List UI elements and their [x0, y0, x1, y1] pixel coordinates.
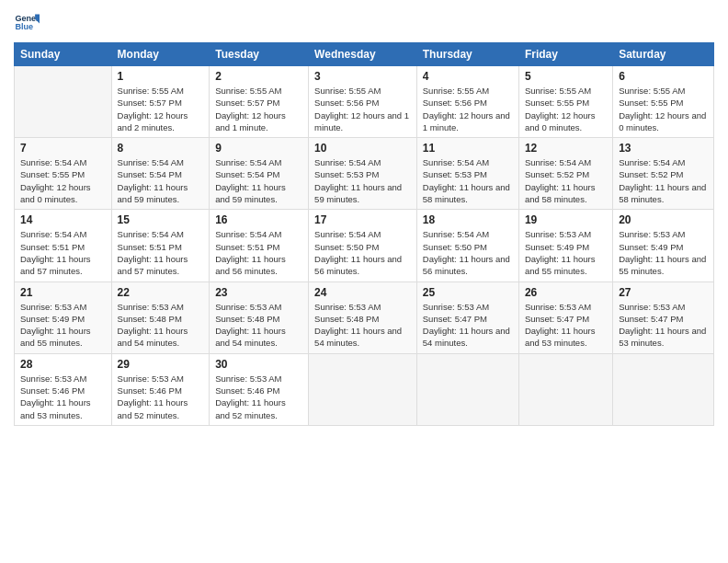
day-number: 4 [423, 70, 513, 83]
cell-info: Sunrise: 5:53 AMSunset: 5:47 PMDaylight:… [423, 301, 513, 350]
cell-info: Sunrise: 5:54 AMSunset: 5:50 PMDaylight:… [314, 228, 411, 277]
day-number: 9 [215, 142, 302, 155]
cell-info: Sunrise: 5:53 AMSunset: 5:47 PMDaylight:… [619, 301, 708, 350]
calendar-cell: 30Sunrise: 5:53 AMSunset: 5:46 PMDayligh… [210, 353, 309, 425]
cell-info: Sunrise: 5:54 AMSunset: 5:54 PMDaylight:… [118, 156, 204, 205]
calendar-row-3: 21Sunrise: 5:53 AMSunset: 5:49 PMDayligh… [15, 282, 714, 353]
calendar-row-0: 1Sunrise: 5:55 AMSunset: 5:57 PMDaylight… [15, 66, 714, 138]
day-number: 29 [118, 358, 204, 371]
calendar-cell: 27Sunrise: 5:53 AMSunset: 5:47 PMDayligh… [613, 282, 714, 353]
col-header-saturday: Saturday [613, 43, 714, 66]
calendar-cell: 8Sunrise: 5:54 AMSunset: 5:54 PMDaylight… [111, 138, 210, 210]
calendar-cell: 3Sunrise: 5:55 AMSunset: 5:56 PMDaylight… [309, 66, 417, 138]
day-number: 15 [118, 213, 204, 226]
cell-info: Sunrise: 5:54 AMSunset: 5:50 PMDaylight:… [423, 228, 513, 277]
calendar-row-4: 28Sunrise: 5:53 AMSunset: 5:46 PMDayligh… [15, 353, 714, 425]
day-number: 21 [20, 286, 106, 299]
cell-info: Sunrise: 5:55 AMSunset: 5:55 PMDaylight:… [525, 85, 607, 133]
calendar-cell: 7Sunrise: 5:54 AMSunset: 5:55 PMDaylight… [15, 138, 112, 210]
calendar-cell: 24Sunrise: 5:53 AMSunset: 5:48 PMDayligh… [309, 282, 417, 353]
col-header-thursday: Thursday [416, 43, 518, 66]
calendar-cell [416, 353, 518, 425]
cell-info: Sunrise: 5:55 AMSunset: 5:56 PMDaylight:… [314, 85, 411, 133]
cell-info: Sunrise: 5:54 AMSunset: 5:53 PMDaylight:… [423, 156, 513, 205]
day-number: 12 [525, 142, 607, 155]
calendar-row-1: 7Sunrise: 5:54 AMSunset: 5:55 PMDaylight… [15, 138, 714, 210]
day-number: 22 [118, 286, 204, 299]
calendar-cell: 13Sunrise: 5:54 AMSunset: 5:52 PMDayligh… [613, 138, 714, 210]
svg-text:Blue: Blue [15, 22, 33, 31]
cell-info: Sunrise: 5:54 AMSunset: 5:55 PMDaylight:… [20, 156, 106, 205]
calendar-cell: 5Sunrise: 5:55 AMSunset: 5:55 PMDaylight… [518, 66, 612, 138]
logo-icon: General Blue [14, 9, 40, 35]
calendar-cell: 29Sunrise: 5:53 AMSunset: 5:46 PMDayligh… [111, 353, 210, 425]
calendar-header-row: SundayMondayTuesdayWednesdayThursdayFrid… [15, 43, 714, 66]
calendar-cell: 15Sunrise: 5:54 AMSunset: 5:51 PMDayligh… [111, 210, 210, 282]
day-number: 7 [20, 142, 106, 155]
cell-info: Sunrise: 5:55 AMSunset: 5:57 PMDaylight:… [215, 85, 302, 133]
cell-info: Sunrise: 5:53 AMSunset: 5:48 PMDaylight:… [215, 301, 302, 350]
calendar-cell: 23Sunrise: 5:53 AMSunset: 5:48 PMDayligh… [210, 282, 309, 353]
calendar-cell: 16Sunrise: 5:54 AMSunset: 5:51 PMDayligh… [210, 210, 309, 282]
cell-info: Sunrise: 5:53 AMSunset: 5:46 PMDaylight:… [20, 373, 106, 421]
cell-info: Sunrise: 5:54 AMSunset: 5:51 PMDaylight:… [20, 228, 106, 277]
day-number: 2 [215, 70, 302, 83]
calendar-cell [613, 353, 714, 425]
cell-info: Sunrise: 5:54 AMSunset: 5:52 PMDaylight:… [619, 156, 708, 205]
cell-info: Sunrise: 5:55 AMSunset: 5:57 PMDaylight:… [118, 85, 204, 133]
day-number: 18 [423, 213, 513, 226]
day-number: 3 [314, 70, 411, 83]
calendar-cell: 6Sunrise: 5:55 AMSunset: 5:55 PMDaylight… [613, 66, 714, 138]
cell-info: Sunrise: 5:54 AMSunset: 5:53 PMDaylight:… [314, 156, 411, 205]
day-number: 13 [619, 142, 708, 155]
calendar-row-2: 14Sunrise: 5:54 AMSunset: 5:51 PMDayligh… [15, 210, 714, 282]
day-number: 24 [314, 286, 411, 299]
calendar-cell: 17Sunrise: 5:54 AMSunset: 5:50 PMDayligh… [309, 210, 417, 282]
cell-info: Sunrise: 5:54 AMSunset: 5:54 PMDaylight:… [215, 156, 302, 205]
col-header-tuesday: Tuesday [210, 43, 309, 66]
cell-info: Sunrise: 5:53 AMSunset: 5:46 PMDaylight:… [118, 373, 204, 421]
day-number: 26 [525, 286, 607, 299]
cell-info: Sunrise: 5:55 AMSunset: 5:56 PMDaylight:… [423, 85, 513, 133]
calendar-cell: 20Sunrise: 5:53 AMSunset: 5:49 PMDayligh… [613, 210, 714, 282]
calendar-cell: 18Sunrise: 5:54 AMSunset: 5:50 PMDayligh… [416, 210, 518, 282]
cell-info: Sunrise: 5:53 AMSunset: 5:49 PMDaylight:… [20, 301, 106, 350]
cell-info: Sunrise: 5:53 AMSunset: 5:49 PMDaylight:… [525, 228, 607, 277]
calendar-cell: 22Sunrise: 5:53 AMSunset: 5:48 PMDayligh… [111, 282, 210, 353]
cell-info: Sunrise: 5:53 AMSunset: 5:46 PMDaylight:… [215, 373, 302, 421]
calendar-cell: 2Sunrise: 5:55 AMSunset: 5:57 PMDaylight… [210, 66, 309, 138]
cell-info: Sunrise: 5:53 AMSunset: 5:48 PMDaylight:… [314, 301, 411, 350]
calendar-cell: 12Sunrise: 5:54 AMSunset: 5:52 PMDayligh… [518, 138, 612, 210]
day-number: 25 [423, 286, 513, 299]
day-number: 1 [118, 70, 204, 83]
cell-info: Sunrise: 5:53 AMSunset: 5:49 PMDaylight:… [619, 228, 708, 277]
calendar-cell [309, 353, 417, 425]
day-number: 5 [525, 70, 607, 83]
calendar-cell: 21Sunrise: 5:53 AMSunset: 5:49 PMDayligh… [15, 282, 112, 353]
day-number: 27 [619, 286, 708, 299]
day-number: 20 [619, 213, 708, 226]
calendar-cell [518, 353, 612, 425]
cell-info: Sunrise: 5:54 AMSunset: 5:51 PMDaylight:… [215, 228, 302, 277]
col-header-wednesday: Wednesday [309, 43, 417, 66]
day-number: 17 [314, 213, 411, 226]
cell-info: Sunrise: 5:53 AMSunset: 5:48 PMDaylight:… [118, 301, 204, 350]
calendar-cell: 10Sunrise: 5:54 AMSunset: 5:53 PMDayligh… [309, 138, 417, 210]
calendar-cell: 28Sunrise: 5:53 AMSunset: 5:46 PMDayligh… [15, 353, 112, 425]
day-number: 8 [118, 142, 204, 155]
day-number: 23 [215, 286, 302, 299]
calendar-cell: 25Sunrise: 5:53 AMSunset: 5:47 PMDayligh… [416, 282, 518, 353]
calendar-cell: 11Sunrise: 5:54 AMSunset: 5:53 PMDayligh… [416, 138, 518, 210]
day-number: 16 [215, 213, 302, 226]
logo: General Blue [14, 9, 43, 35]
day-number: 30 [215, 358, 302, 371]
day-number: 14 [20, 213, 106, 226]
calendar-cell: 1Sunrise: 5:55 AMSunset: 5:57 PMDaylight… [111, 66, 210, 138]
calendar-cell [15, 66, 112, 138]
col-header-sunday: Sunday [15, 43, 112, 66]
day-number: 19 [525, 213, 607, 226]
calendar-cell: 4Sunrise: 5:55 AMSunset: 5:56 PMDaylight… [416, 66, 518, 138]
cell-info: Sunrise: 5:54 AMSunset: 5:52 PMDaylight:… [525, 156, 607, 205]
calendar-table: SundayMondayTuesdayWednesdayThursdayFrid… [14, 42, 714, 426]
calendar-cell: 9Sunrise: 5:54 AMSunset: 5:54 PMDaylight… [210, 138, 309, 210]
